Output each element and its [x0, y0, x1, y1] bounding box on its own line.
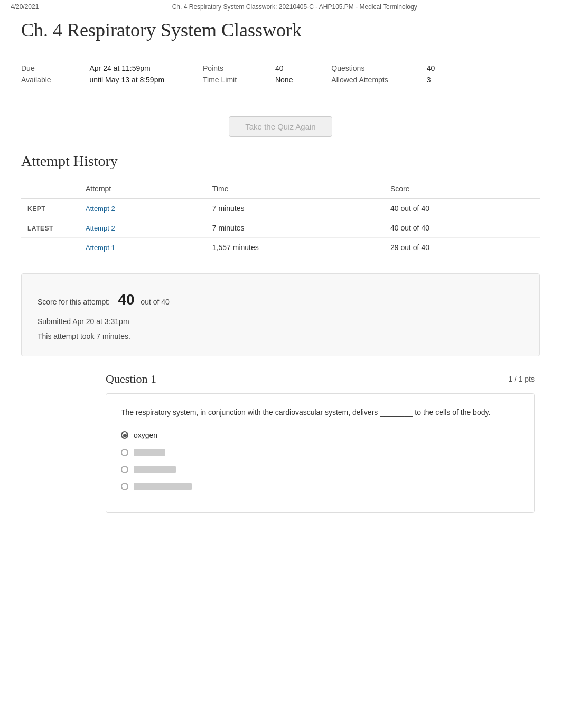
due-value: Apr 24 at 11:59pm	[89, 64, 192, 72]
list-item: oxygen	[121, 431, 519, 439]
time-limit-value: None	[275, 76, 321, 84]
submitted-line: Submitted Apr 20 at 3:31pm	[38, 315, 523, 328]
page-title: Ch. 4 Respiratory System Classwork	[21, 19, 540, 48]
due-label: Due	[21, 64, 79, 72]
attempt-link[interactable]: Attempt 2	[86, 224, 115, 232]
date-label: 4/20/2021	[11, 3, 39, 11]
radio-button[interactable]	[121, 431, 128, 439]
question-header: Question 1 1 / 1 pts	[21, 372, 540, 386]
duration-line: This attempt took 7 minutes.	[38, 330, 523, 343]
score-line: Score for this attempt: 40 out of 40	[38, 287, 523, 313]
attempt-history-section: Attempt History Attempt Time Score KEPT …	[21, 153, 540, 257]
questions-label: Questions	[331, 64, 416, 72]
blurred-answer	[134, 449, 165, 456]
allowed-attempts-value: 3	[427, 76, 463, 84]
attempt-score: 40 out of 40	[384, 218, 540, 238]
meta-grid: Due Apr 24 at 11:59pm Points 40 Question…	[21, 57, 540, 95]
answer-text: oxygen	[134, 431, 157, 439]
question-text: The respiratory system, in conjunction w…	[121, 407, 519, 418]
col-score: Score	[384, 180, 540, 199]
table-row: KEPT Attempt 2 7 minutes 40 out of 40	[21, 199, 540, 218]
score-out-of: out of 40	[141, 298, 170, 306]
take-quiz-button[interactable]: Take the Quiz Again	[229, 116, 332, 137]
radio-button[interactable]	[121, 466, 128, 473]
questions-value: 40	[427, 64, 463, 72]
col-attempt: Attempt	[79, 180, 206, 199]
table-row: Attempt 1 1,557 minutes 29 out of 40	[21, 238, 540, 257]
question-section: Question 1 1 / 1 pts The respiratory sys…	[21, 372, 540, 513]
question-card: The respiratory system, in conjunction w…	[106, 393, 535, 513]
question-pts: 1 / 1 pts	[508, 375, 535, 383]
col-tag	[21, 180, 79, 199]
list-item	[121, 483, 519, 490]
attempt-time: 1,557 minutes	[206, 238, 384, 257]
available-value: until May 13 at 8:59pm	[89, 76, 192, 84]
row-tag-kept: KEPT	[27, 205, 45, 213]
available-label: Available	[21, 76, 79, 84]
attempt-history-title: Attempt History	[21, 153, 540, 170]
breadcrumb: Ch. 4 Respiratory System Classwork: 2021…	[172, 3, 417, 11]
radio-button[interactable]	[121, 483, 128, 490]
answer-options: oxygen	[121, 431, 519, 490]
list-item	[121, 449, 519, 456]
attempt-score: 29 out of 40	[384, 238, 540, 257]
attempt-link[interactable]: Attempt 1	[86, 244, 115, 252]
attempt-score: 40 out of 40	[384, 199, 540, 218]
allowed-attempts-label: Allowed Attempts	[331, 76, 416, 84]
attempt-history-table: Attempt Time Score KEPT Attempt 2 7 minu…	[21, 180, 540, 257]
score-summary-box: Score for this attempt: 40 out of 40 Sub…	[21, 273, 540, 356]
top-bar: 4/20/2021 Ch. 4 Respiratory System Class…	[0, 0, 561, 14]
col-time: Time	[206, 180, 384, 199]
blurred-answer	[134, 483, 192, 490]
radio-button[interactable]	[121, 449, 128, 456]
attempt-link[interactable]: Attempt 2	[86, 205, 115, 213]
time-limit-label: Time Limit	[203, 76, 265, 84]
attempt-time: 7 minutes	[206, 218, 384, 238]
list-item	[121, 466, 519, 473]
button-area: Take the Quiz Again	[21, 95, 540, 153]
attempt-time: 7 minutes	[206, 199, 384, 218]
question-title: Question 1	[106, 372, 156, 386]
score-big: 40	[118, 291, 135, 308]
points-value: 40	[275, 64, 321, 72]
table-row: LATEST Attempt 2 7 minutes 40 out of 40	[21, 218, 540, 238]
radio-inner	[123, 434, 127, 437]
score-for-label: Score for this attempt:	[38, 298, 110, 306]
blurred-answer	[134, 466, 176, 473]
points-label: Points	[203, 64, 265, 72]
row-tag-latest: LATEST	[27, 225, 53, 232]
